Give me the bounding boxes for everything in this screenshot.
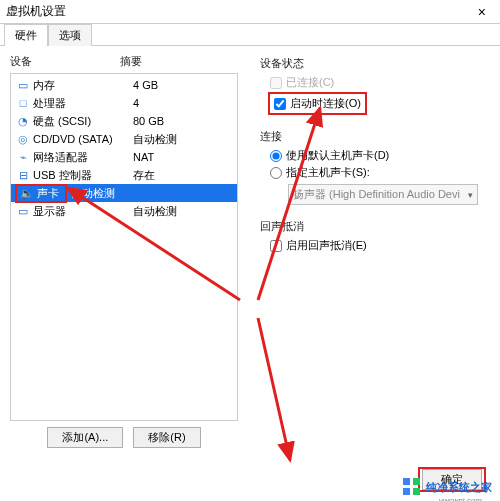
hw-network[interactable]: ⌁网络适配器NAT bbox=[11, 148, 237, 166]
use-default-radio-input[interactable] bbox=[270, 150, 282, 162]
hw-cddvd[interactable]: ◎CD/DVD (SATA)自动检测 bbox=[11, 130, 237, 148]
hw-cpu[interactable]: □处理器4 bbox=[11, 94, 237, 112]
col-device: 设备 bbox=[10, 54, 120, 69]
connect-at-power-checkbox[interactable]: 启动时连接(O) bbox=[274, 96, 361, 111]
hw-usb[interactable]: ⊟USB 控制器存在 bbox=[11, 166, 237, 184]
remove-hardware-button[interactable]: 移除(R) bbox=[133, 427, 200, 448]
connected-checkbox[interactable]: 已连接(C) bbox=[270, 75, 486, 90]
specify-radio-input[interactable] bbox=[270, 167, 282, 179]
chevron-down-icon: ▾ bbox=[468, 190, 473, 200]
svg-rect-4 bbox=[413, 478, 420, 485]
hw-disk[interactable]: ◔硬盘 (SCSI)80 GB bbox=[11, 112, 237, 130]
usb-icon: ⊟ bbox=[15, 169, 31, 182]
svg-rect-5 bbox=[403, 488, 410, 495]
soundcard-dropdown[interactable]: 扬声器 (High Definition Audio Devi ▾ bbox=[288, 184, 478, 205]
add-hardware-button[interactable]: 添加(A)... bbox=[47, 427, 123, 448]
echo-checkbox-input[interactable] bbox=[270, 240, 282, 252]
echo-checkbox[interactable]: 启用回声抵消(E) bbox=[270, 238, 486, 253]
cpu-icon: □ bbox=[15, 97, 31, 109]
watermark: 纯净系统之家 ywcwnj.com bbox=[402, 477, 492, 497]
hw-sound[interactable]: 🔈 声卡 自动检测 bbox=[11, 184, 237, 202]
connect-at-power-input[interactable] bbox=[274, 98, 286, 110]
svg-rect-6 bbox=[413, 488, 420, 495]
tab-options[interactable]: 选项 bbox=[48, 24, 92, 46]
connection-title: 连接 bbox=[260, 129, 486, 144]
svg-rect-3 bbox=[403, 478, 410, 485]
memory-icon: ▭ bbox=[15, 79, 31, 92]
hw-memory[interactable]: ▭内存4 GB bbox=[11, 76, 237, 94]
hw-display[interactable]: ▭显示器自动检测 bbox=[11, 202, 237, 220]
window-title: 虚拟机设置 bbox=[6, 3, 66, 20]
close-icon[interactable]: × bbox=[470, 4, 494, 20]
use-default-radio[interactable]: 使用默认主机声卡(D) bbox=[270, 148, 486, 163]
sound-icon: 🔈 bbox=[19, 187, 35, 200]
echo-title: 回声抵消 bbox=[260, 219, 486, 234]
tab-hardware[interactable]: 硬件 bbox=[4, 24, 48, 46]
display-icon: ▭ bbox=[15, 205, 31, 218]
watermark-logo-icon bbox=[402, 477, 422, 497]
hardware-list: ▭内存4 GB □处理器4 ◔硬盘 (SCSI)80 GB ◎CD/DVD (S… bbox=[10, 73, 238, 421]
disc-icon: ◎ bbox=[15, 133, 31, 146]
connected-checkbox-input bbox=[270, 77, 282, 89]
col-summary: 摘要 bbox=[120, 54, 238, 69]
disk-icon: ◔ bbox=[15, 115, 31, 128]
specify-radio[interactable]: 指定主机声卡(S): bbox=[270, 165, 486, 180]
tab-bar: 硬件 选项 bbox=[0, 24, 500, 46]
network-icon: ⌁ bbox=[15, 151, 31, 164]
device-status-title: 设备状态 bbox=[260, 56, 486, 71]
hardware-list-header: 设备 摘要 bbox=[10, 52, 238, 73]
